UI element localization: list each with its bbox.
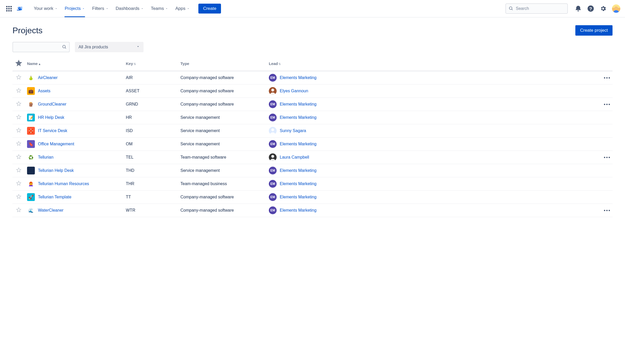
help-icon[interactable]: ? — [585, 3, 596, 14]
project-type: Company-managed software — [178, 71, 267, 84]
project-key: GRND — [124, 98, 178, 111]
nav-item-dashboards[interactable]: Dashboards — [112, 0, 147, 17]
star-toggle[interactable] — [16, 169, 21, 173]
lead-link[interactable]: Elements Marketing — [280, 181, 316, 186]
nav-item-teams[interactable]: Teams — [147, 0, 172, 17]
nav-item-filters[interactable]: Filters — [88, 0, 112, 17]
project-icon: 🔖 — [27, 140, 35, 148]
nav-item-projects[interactable]: Projects — [61, 0, 88, 17]
lead-link[interactable]: Laura Campbell — [280, 155, 309, 160]
chevron-down-icon — [165, 7, 168, 10]
row-more-actions[interactable] — [603, 74, 610, 81]
profile-avatar[interactable] — [612, 4, 620, 13]
column-header-type: Type — [178, 56, 267, 71]
svg-text:?: ? — [589, 6, 592, 11]
row-more-actions[interactable] — [603, 154, 610, 161]
lead-link[interactable]: Elements Marketing — [280, 195, 316, 199]
lead-avatar: EM — [269, 180, 277, 188]
app-switcher-icon[interactable] — [6, 5, 12, 12]
lead-link[interactable]: Elements Marketing — [280, 115, 316, 120]
project-type: Service management — [178, 164, 267, 177]
notifications-icon[interactable] — [573, 3, 583, 14]
lead-avatar: EM — [269, 114, 277, 121]
row-more-actions[interactable] — [603, 101, 610, 108]
column-header-key[interactable]: Key⇅ — [124, 56, 178, 71]
lead-link[interactable]: Elements Marketing — [280, 208, 316, 213]
project-link[interactable]: IT Service Desk — [38, 128, 67, 133]
project-link[interactable]: Tellurian Help Desk — [38, 168, 74, 173]
svg-point-5 — [63, 45, 66, 48]
lead-avatar — [269, 127, 277, 135]
table-row: 🚀Tellurian TemplateTTCompany-managed sof… — [12, 191, 613, 204]
create-project-button[interactable]: Create project — [575, 25, 613, 36]
project-link[interactable]: WaterCleaner — [38, 208, 63, 213]
table-row: 🍐AirCleanerAIRCompany-managed softwareEM… — [12, 71, 613, 84]
project-search-input[interactable] — [12, 42, 70, 52]
nav-item-label: Projects — [65, 6, 81, 11]
star-toggle[interactable] — [16, 103, 21, 107]
project-link[interactable]: HR Help Desk — [38, 115, 64, 120]
project-type: Company-managed software — [178, 98, 267, 111]
svg-point-8 — [271, 128, 274, 131]
svg-point-7 — [271, 89, 274, 92]
project-key: TEL — [124, 151, 178, 164]
search-icon — [509, 6, 513, 11]
star-toggle[interactable] — [16, 196, 21, 200]
star-toggle[interactable] — [16, 129, 21, 134]
project-type: Company-managed software — [178, 204, 267, 217]
top-nav: Your workProjectsFiltersDashboardsTeamsA… — [0, 0, 625, 17]
star-toggle[interactable] — [16, 182, 21, 187]
star-toggle[interactable] — [16, 76, 21, 81]
sort-icon: ⇅ — [278, 62, 281, 66]
svg-point-9 — [271, 155, 274, 158]
project-link[interactable]: GroundCleaner — [38, 102, 66, 107]
lead-avatar: EM — [269, 100, 277, 108]
star-icon — [15, 64, 23, 68]
lead-link[interactable]: Elements Marketing — [280, 102, 316, 107]
lead-link[interactable]: Sunny Sagara — [280, 128, 306, 133]
column-header-lead[interactable]: Lead⇅ — [267, 56, 597, 71]
lead-avatar: EM — [269, 74, 277, 82]
nav-item-apps[interactable]: Apps — [172, 0, 193, 17]
global-search-input[interactable] — [516, 6, 565, 11]
star-toggle[interactable] — [16, 156, 21, 160]
chevron-down-icon — [136, 45, 140, 49]
star-toggle[interactable] — [16, 142, 21, 147]
project-icon: 🍐 — [27, 74, 35, 82]
project-link[interactable]: Tellurian Template — [38, 195, 71, 199]
lead-avatar: EM — [269, 193, 277, 201]
table-row: 💼AssetsASSETCompany-managed softwareElye… — [12, 84, 613, 98]
project-type: Service management — [178, 138, 267, 151]
table-row: 👩‍🦰Tellurian Human ResourcesTHRTeam-mana… — [12, 177, 613, 191]
sort-asc-icon: ▲ — [38, 62, 41, 66]
lead-avatar — [269, 87, 277, 95]
lead-link[interactable]: Elyes Gannoun — [280, 89, 308, 93]
project-link[interactable]: AirCleaner — [38, 75, 58, 80]
page-content: Projects Create project All Jira product… — [0, 17, 625, 225]
column-header-star[interactable] — [12, 56, 25, 71]
settings-icon[interactable] — [598, 3, 608, 14]
product-filter-select[interactable]: All Jira products — [75, 42, 144, 52]
lead-link[interactable]: Elements Marketing — [280, 168, 316, 173]
project-link[interactable]: Office Management — [38, 142, 74, 146]
table-row: ♻️TellurianTELTeam-managed softwareLaura… — [12, 151, 613, 164]
jira-logo-icon[interactable] — [17, 5, 23, 12]
star-toggle[interactable] — [16, 116, 21, 120]
project-icon: 👩‍🦰 — [27, 180, 35, 188]
column-header-name[interactable]: Name▲ — [25, 56, 124, 71]
global-search[interactable] — [505, 3, 568, 14]
project-link[interactable]: Tellurian — [38, 155, 54, 160]
star-toggle[interactable] — [16, 89, 21, 94]
lead-link[interactable]: Elements Marketing — [280, 142, 316, 146]
row-more-actions[interactable] — [603, 207, 610, 214]
project-icon: 🚀 — [27, 193, 35, 201]
project-link[interactable]: Assets — [38, 89, 50, 93]
lead-link[interactable]: Elements Marketing — [280, 75, 316, 80]
nav-item-your-work[interactable]: Your work — [30, 0, 61, 17]
project-type: Company-managed software — [178, 84, 267, 98]
nav-item-label: Your work — [34, 6, 53, 11]
create-button[interactable]: Create — [198, 4, 221, 14]
project-link[interactable]: Tellurian Human Resources — [38, 181, 89, 186]
star-toggle[interactable] — [16, 209, 21, 213]
chevron-down-icon — [106, 7, 108, 10]
